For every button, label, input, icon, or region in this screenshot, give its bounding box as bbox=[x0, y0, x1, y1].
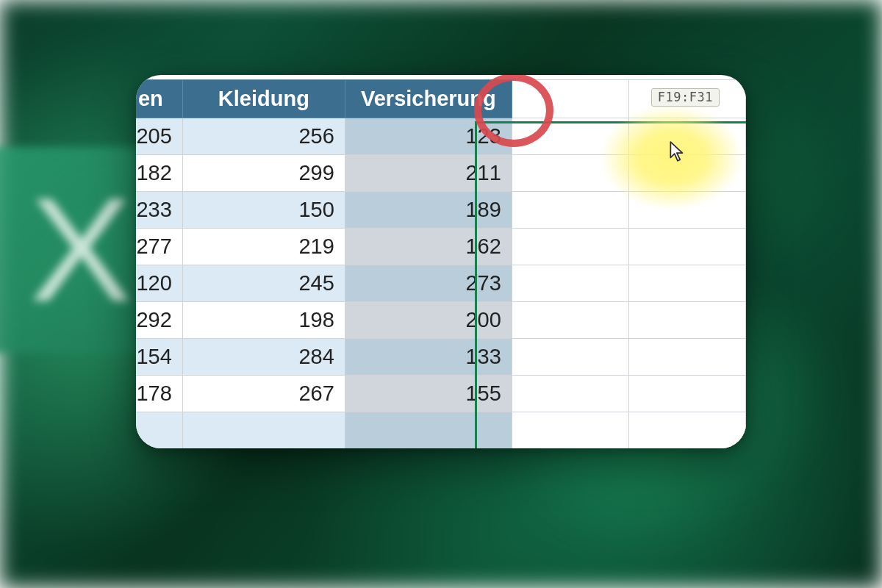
table-row: 120 245 273 bbox=[136, 265, 746, 302]
cell[interactable]: 267 bbox=[182, 376, 345, 412]
cell[interactable]: 211 bbox=[345, 155, 512, 192]
cell[interactable]: 284 bbox=[182, 339, 345, 376]
cell[interactable]: 219 bbox=[182, 229, 345, 265]
cell[interactable]: 150 bbox=[182, 192, 345, 229]
column-header[interactable]: en bbox=[136, 80, 182, 118]
table-row: 233 150 189 bbox=[136, 192, 746, 229]
cell[interactable] bbox=[628, 302, 745, 339]
cell[interactable]: 178 bbox=[136, 376, 182, 412]
table-row: 205 256 123 bbox=[136, 118, 746, 155]
cell[interactable] bbox=[512, 118, 628, 155]
column-header-kleidung[interactable]: Kleidung bbox=[182, 80, 345, 118]
cell[interactable]: 205 bbox=[136, 118, 182, 155]
cell[interactable] bbox=[512, 339, 628, 376]
cell[interactable]: 233 bbox=[136, 192, 182, 229]
spreadsheet-grid[interactable]: en Kleidung Versicherung 205 256 123 182 bbox=[136, 79, 746, 448]
cell[interactable] bbox=[512, 155, 628, 192]
cell[interactable]: 123 bbox=[345, 118, 512, 155]
cell[interactable] bbox=[512, 192, 628, 229]
cell[interactable]: 198 bbox=[182, 302, 345, 339]
column-header-versicherung[interactable]: Versicherung bbox=[345, 80, 512, 118]
cell[interactable]: 299 bbox=[182, 155, 345, 192]
cell[interactable] bbox=[512, 376, 628, 412]
cell[interactable] bbox=[512, 229, 628, 265]
cell[interactable] bbox=[628, 376, 745, 412]
table-row: 292 198 200 bbox=[136, 302, 746, 339]
cell[interactable]: 273 bbox=[345, 265, 512, 302]
table-row: 182 299 211 bbox=[136, 155, 746, 192]
cell[interactable]: 200 bbox=[345, 302, 512, 339]
table-row: 277 219 162 bbox=[136, 229, 746, 265]
cell[interactable] bbox=[182, 412, 345, 449]
cell[interactable]: 154 bbox=[136, 339, 182, 376]
cell[interactable]: 155 bbox=[345, 376, 512, 412]
table-row: 154 284 133 bbox=[136, 339, 746, 376]
cell[interactable] bbox=[512, 412, 628, 449]
cell[interactable]: 256 bbox=[182, 118, 345, 155]
cell[interactable]: 245 bbox=[182, 265, 345, 302]
cell[interactable]: 182 bbox=[136, 155, 182, 192]
cell[interactable] bbox=[345, 412, 512, 449]
cell[interactable] bbox=[628, 118, 745, 155]
cell[interactable]: 292 bbox=[136, 302, 182, 339]
cell[interactable] bbox=[628, 229, 745, 265]
table-row: 178 267 155 bbox=[136, 376, 746, 412]
table-row bbox=[136, 412, 746, 449]
range-tooltip: F19:F31 bbox=[651, 88, 720, 107]
cell[interactable]: 277 bbox=[136, 229, 182, 265]
screenshot-card: F19:F31 en Kleidung Versicherung bbox=[136, 75, 746, 448]
cell[interactable] bbox=[628, 339, 745, 376]
cell[interactable] bbox=[628, 155, 745, 192]
column-header-empty[interactable] bbox=[512, 80, 628, 118]
cell[interactable]: 162 bbox=[345, 229, 512, 265]
cell[interactable] bbox=[628, 192, 745, 229]
cell[interactable]: 133 bbox=[345, 339, 512, 376]
cell[interactable] bbox=[628, 265, 745, 302]
cell[interactable]: 120 bbox=[136, 265, 182, 302]
cell[interactable]: 189 bbox=[345, 192, 512, 229]
cell[interactable] bbox=[628, 412, 745, 449]
cell[interactable] bbox=[512, 302, 628, 339]
cell[interactable] bbox=[512, 265, 628, 302]
